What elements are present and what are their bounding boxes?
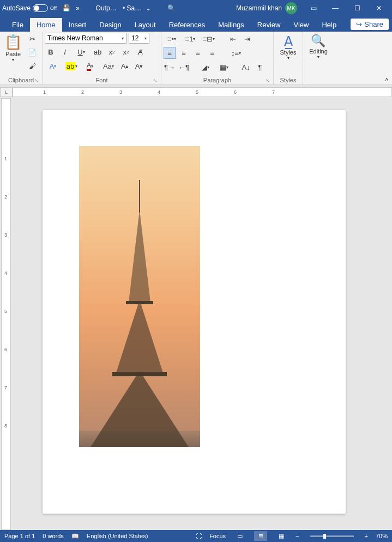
tab-references[interactable]: References <box>162 18 212 32</box>
tab-layout[interactable]: Layout <box>128 18 162 32</box>
ribbon-display-icon[interactable]: ▭ <box>303 0 324 16</box>
horizontal-ruler[interactable]: 1 2 3 4 5 6 7 <box>13 87 392 97</box>
increase-indent-button[interactable]: ⇥ <box>241 33 253 45</box>
text-effects-button[interactable]: A ▾ <box>45 60 61 72</box>
clear-formatting-icon[interactable]: A̸ <box>134 46 146 58</box>
tab-selector[interactable]: L <box>0 87 13 97</box>
zoom-in-button[interactable]: + <box>365 533 368 539</box>
group-label-editing <box>305 83 331 85</box>
autosave-state: Off <box>50 5 57 11</box>
subscript-button[interactable]: x2 <box>106 46 118 58</box>
font-name-select[interactable]: Times New Roman▾ <box>45 33 126 44</box>
spell-check-icon[interactable]: 📖 <box>71 533 79 540</box>
print-layout-icon[interactable]: ≣ <box>254 531 267 541</box>
paste-button[interactable]: 📋 Paste ▾ <box>2 33 24 63</box>
tab-insert[interactable]: Insert <box>62 18 93 32</box>
group-label-clipboard: Clipboard ⤡ <box>2 77 40 85</box>
cut-icon[interactable]: ✂ <box>26 33 38 45</box>
tab-view[interactable]: View <box>287 18 315 32</box>
document-area: L 1 2 3 4 5 6 7 1 2 3 4 5 6 7 8 <box>0 85 392 530</box>
multilevel-list-button[interactable]: ≡⊟ ▾ <box>201 33 217 45</box>
quick-access-more-icon[interactable]: » <box>76 4 80 12</box>
decrease-indent-button[interactable]: ⇤ <box>227 33 239 45</box>
sort-button[interactable]: A↓ <box>240 61 252 73</box>
styles-icon: A̲ <box>284 34 293 49</box>
dialog-launcher-icon[interactable]: ⤡ <box>153 78 158 83</box>
show-marks-button[interactable]: ¶ <box>254 61 266 73</box>
chevron-down-icon: ▾ <box>12 57 14 62</box>
close-icon[interactable]: ✕ <box>368 0 390 16</box>
strikethrough-button[interactable]: ab <box>92 46 104 58</box>
align-center-button[interactable]: ≡ <box>178 47 190 59</box>
change-case-button[interactable]: Aa ▾ <box>100 60 117 72</box>
status-bar: Page 1 of 1 0 words 📖 English (United St… <box>0 530 392 542</box>
group-editing: 🔍 Editing ▾ <box>303 32 334 85</box>
ribbon: 📋 Paste ▾ ✂ 📄 🖌 Clipboard ⤡ Times New Ro… <box>0 32 392 85</box>
font-color-button[interactable]: A ▾ <box>82 60 98 72</box>
zoom-level[interactable]: 70% <box>376 533 388 539</box>
copy-icon[interactable]: 📄 <box>26 46 38 58</box>
grow-font-button[interactable]: A▴ <box>119 60 131 72</box>
vertical-ruler[interactable]: 1 2 3 4 5 6 7 8 <box>1 98 11 530</box>
inserted-image[interactable] <box>79 146 200 447</box>
zoom-out-button[interactable]: − <box>295 533 299 539</box>
superscript-button[interactable]: x2 <box>120 46 132 58</box>
ribbon-tabs: File Home Insert Design Layout Reference… <box>0 16 392 32</box>
ltr-direction-button[interactable]: ¶→ <box>164 61 176 73</box>
tab-help[interactable]: Help <box>315 18 343 32</box>
share-icon: ↪ <box>356 20 362 28</box>
language-indicator[interactable]: English (United States) <box>87 533 148 539</box>
font-size-select[interactable]: 12▾ <box>129 33 149 44</box>
align-left-button[interactable]: ≡ <box>164 47 176 59</box>
tab-home[interactable]: Home <box>30 18 62 32</box>
search-icon[interactable]: 🔍 <box>167 4 176 12</box>
group-label-font: Font ⤡ <box>45 77 159 85</box>
zoom-slider[interactable] <box>310 535 354 537</box>
web-layout-icon[interactable]: ▦ <box>275 531 288 541</box>
read-mode-icon[interactable]: ▭ <box>233 531 246 541</box>
user-avatar[interactable]: MK <box>285 2 297 14</box>
borders-button[interactable]: ▦ ▾ <box>216 61 232 73</box>
dialog-launcher-icon[interactable]: ⤡ <box>266 78 270 83</box>
bold-button[interactable]: B <box>45 46 57 58</box>
user-name[interactable]: Muzammil khan <box>236 4 282 12</box>
group-styles: A̲ Styles ▾ Styles <box>274 32 303 85</box>
editing-button[interactable]: 🔍 Editing ▾ <box>307 33 330 61</box>
styles-button[interactable]: A̲ Styles ▾ <box>278 33 299 62</box>
group-clipboard: 📋 Paste ▾ ✂ 📄 🖌 Clipboard ⤡ <box>0 32 43 85</box>
autosave-label: AutoSave <box>2 4 31 12</box>
tab-design[interactable]: Design <box>93 18 128 32</box>
word-count[interactable]: 0 words <box>43 533 64 539</box>
document-page[interactable] <box>43 110 346 514</box>
justify-button[interactable]: ≡ <box>206 47 218 59</box>
shading-button[interactable]: ◢ ▾ <box>197 61 214 73</box>
numbering-button[interactable]: ≡1 ▾ <box>182 33 198 45</box>
shrink-font-button[interactable]: A▾ <box>133 60 145 72</box>
title-bar: AutoSave Off 💾 » Outp… • Sa… ⌄ 🔍 Muzammi… <box>0 0 392 16</box>
group-label-styles: Styles <box>276 77 300 85</box>
share-button[interactable]: ↪ Share <box>351 19 389 30</box>
rtl-direction-button[interactable]: ←¶ <box>178 61 190 73</box>
italic-button[interactable]: I <box>59 46 71 58</box>
tab-review[interactable]: Review <box>251 18 287 32</box>
align-right-button[interactable]: ≡ <box>192 47 204 59</box>
collapse-ribbon-icon[interactable]: ʌ <box>385 76 389 83</box>
underline-button[interactable]: U ▾ <box>73 46 89 58</box>
line-spacing-button[interactable]: ↕≡ ▾ <box>228 47 244 59</box>
dialog-launcher-icon[interactable]: ⤡ <box>34 78 39 83</box>
focus-mode-button[interactable]: Focus <box>209 533 226 539</box>
tab-file[interactable]: File <box>5 18 30 32</box>
find-icon: 🔍 <box>311 34 325 48</box>
highlight-button[interactable]: ab▾ <box>63 60 80 72</box>
bullets-button[interactable]: ≡• ▾ <box>164 33 180 45</box>
minimize-icon[interactable]: — <box>324 0 346 16</box>
format-painter-icon[interactable]: 🖌 <box>26 60 38 72</box>
save-icon[interactable]: 💾 <box>62 4 70 12</box>
autosave-toggle[interactable]: AutoSave Off <box>2 4 57 12</box>
page-indicator[interactable]: Page 1 of 1 <box>4 533 35 539</box>
document-title[interactable]: Outp… • Sa… ⌄ <box>96 4 151 12</box>
tab-mailings[interactable]: Mailings <box>212 18 251 32</box>
group-label-paragraph: Paragraph ⤡ <box>164 77 271 85</box>
maximize-icon[interactable]: ☐ <box>346 0 368 16</box>
autosave-switch[interactable] <box>33 4 48 12</box>
